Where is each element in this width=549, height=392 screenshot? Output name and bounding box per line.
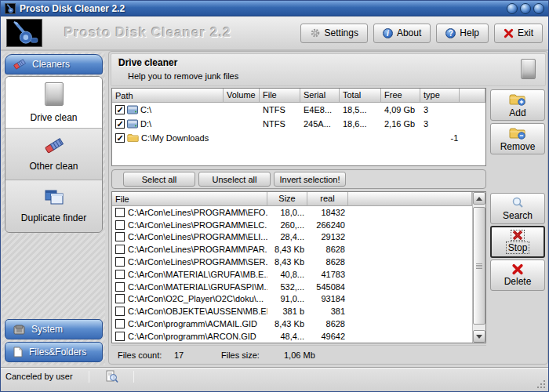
sidebar-group-system[interactable]: System: [5, 319, 103, 339]
col-file[interactable]: File: [260, 89, 300, 103]
sidebar-group-files-folders[interactable]: Files&Folders: [5, 342, 103, 362]
file-size: 8,43 Kb: [267, 245, 307, 254]
delete-button[interactable]: Delete: [490, 260, 545, 291]
file-row[interactable]: C:\ArCon\eLines\PROGRAMM\SER... 8,43 Kb …: [112, 256, 485, 268]
col-type[interactable]: type: [420, 89, 460, 103]
file-row[interactable]: C:\ArCon\OBJEKTE\AUSSEN\MB.ERR 381 b 381: [112, 305, 485, 318]
col-total[interactable]: Total: [340, 89, 381, 103]
arrow-down-icon: [476, 335, 482, 339]
file-row[interactable]: C:\ArCon\programm\ARCON.GID 48,4... 4964…: [112, 330, 485, 343]
minimize-button[interactable]: [507, 3, 518, 14]
scroll-thumb[interactable]: [473, 207, 485, 325]
file-path: C:\ArCon\MATERIAL\GRUFA\MB.E...: [128, 270, 267, 279]
sidebar-item-duplicate-finder[interactable]: Duplicate finder: [5, 180, 102, 232]
file-checkbox[interactable]: [115, 332, 125, 341]
summary-bar: Files count: 17 Files size: 1,06 Mb: [111, 345, 486, 364]
drive-clean-label: Drive clean: [30, 112, 77, 123]
maximize-button[interactable]: [520, 3, 531, 14]
drive-header-icon: [521, 59, 536, 79]
file-size: 91,0...: [267, 294, 307, 303]
sidebar-group-cleaners[interactable]: Cleaners: [5, 54, 103, 74]
help-button[interactable]: Help: [436, 24, 489, 43]
sidebar: Cleaners Drive clean Other clean Duplica…: [2, 53, 105, 365]
header-buttons: Settings About Help Exit: [300, 24, 543, 43]
red-x-icon: [504, 28, 514, 38]
main-panel: Drive cleaner Help you to remove junk fi…: [108, 51, 548, 365]
file-checkbox[interactable]: [115, 245, 125, 254]
duplicate-windows-icon: [44, 189, 64, 206]
add-label: Add: [509, 107, 525, 118]
document-icon: [13, 347, 23, 358]
file-size: 8,43 Kb: [267, 319, 307, 328]
exit-button[interactable]: Exit: [494, 24, 543, 43]
col-real[interactable]: real: [307, 192, 348, 206]
file-row[interactable]: C:\ArCon\MATERIAL\GRUFA\MB.E... 40,8... …: [112, 268, 485, 281]
selection-toolbar: Select all Unselect all Invert selection…: [111, 169, 486, 189]
title-bar[interactable]: Prosto Disk Cleaner 2.2: [1, 1, 548, 16]
page-title: Drive cleaner: [118, 57, 177, 68]
col-volume[interactable]: Volume: [224, 89, 260, 103]
file-row[interactable]: C:\ArCon\eLines\PROGRAMM\EFO... 18,0... …: [112, 206, 485, 219]
status-divider: [89, 371, 89, 383]
file-size: 8,43 Kb: [267, 257, 307, 267]
drive-checkbox[interactable]: [115, 119, 125, 129]
invert-selection-button[interactable]: Invert selection!: [274, 172, 346, 187]
col-serial[interactable]: Serial: [300, 89, 340, 103]
file-row[interactable]: C:\ArCon\programm\ACMAIL.GID 8,43 Kb 862…: [112, 318, 485, 330]
file-checkbox[interactable]: [115, 232, 125, 241]
file-size: 532,...: [267, 282, 307, 292]
files-size-value: 1,06 Mb: [284, 350, 347, 360]
stop-button[interactable]: Stop: [490, 226, 545, 258]
unselect-all-button[interactable]: Unselect all: [198, 172, 271, 187]
settings-button[interactable]: Settings: [300, 24, 368, 43]
about-button[interactable]: About: [373, 24, 431, 43]
file-row[interactable]: C:\ArCon\MATERIAL\GRUFASPI\M... 532,... …: [112, 281, 485, 293]
drive-checkbox[interactable]: [115, 133, 125, 143]
sidebar-item-drive-clean[interactable]: Drive clean: [5, 77, 102, 129]
file-checkbox[interactable]: [115, 307, 125, 316]
file-row[interactable]: C:\ArCon\O2C_Player\O2C\doku\... 91,0...…: [112, 293, 485, 306]
add-button[interactable]: Add: [490, 89, 545, 121]
file-checkbox[interactable]: [115, 257, 125, 267]
drive-row[interactable]: C:\ NTFS E4E8... 18,5... 4,09 Gb 3: [112, 103, 485, 117]
file-checkbox[interactable]: [115, 270, 125, 279]
col-file[interactable]: File: [112, 192, 267, 206]
file-checkbox[interactable]: [115, 319, 125, 328]
system-icon: [13, 325, 25, 335]
select-all-button[interactable]: Select all: [123, 172, 195, 187]
drive-row[interactable]: C:\My Downloads -1: [112, 131, 485, 145]
col-path[interactable]: Path: [112, 89, 224, 103]
report-search-icon[interactable]: [105, 370, 118, 383]
drive-type: -1: [448, 133, 485, 143]
drive-checkbox[interactable]: [115, 105, 125, 114]
resize-grip[interactable]: [536, 379, 545, 388]
sidebar-item-other-clean[interactable]: Other clean: [5, 129, 102, 180]
file-path: C:\ArCon\OBJEKTE\AUSSEN\MB.ERR: [128, 307, 267, 316]
file-real: 49642: [307, 332, 348, 341]
close-button[interactable]: [533, 3, 544, 14]
scroll-track[interactable]: [473, 325, 485, 330]
col-size[interactable]: Size: [267, 192, 307, 206]
drive-chip-icon: [45, 82, 64, 106]
file-real: 8628: [307, 245, 348, 254]
file-row[interactable]: C:\ArCon\eLines\PROGRAMM\ELI... 28,4... …: [112, 231, 485, 244]
file-size: 260,...: [267, 220, 307, 230]
file-list: File Size real C:\ArCon\eLines\PROGRAMM\…: [111, 191, 486, 343]
search-button[interactable]: Search: [490, 193, 545, 224]
file-checkbox[interactable]: [115, 220, 125, 230]
file-checkbox[interactable]: [115, 208, 125, 217]
file-real: 29132: [307, 232, 348, 241]
drive-row[interactable]: D:\ NTFS 245A... 18,6... 2,16 Gb 3: [112, 117, 485, 131]
scroll-down-button[interactable]: [473, 330, 485, 343]
drive-total: 18,6...: [340, 119, 381, 129]
col-free[interactable]: Free: [381, 89, 420, 103]
vertical-scrollbar[interactable]: [472, 192, 485, 343]
remove-button[interactable]: Remove: [490, 123, 545, 154]
file-row[interactable]: C:\ArCon\eLines\PROGRAMM\ELC... 260,... …: [112, 219, 485, 231]
file-row[interactable]: C:\ArCon\eLines\PROGRAMM\PAR... 8,43 Kb …: [112, 243, 485, 256]
file-checkbox[interactable]: [115, 294, 125, 303]
file-checkbox[interactable]: [115, 282, 125, 292]
drive-total: 18,5...: [340, 105, 381, 114]
scroll-up-button[interactable]: [473, 192, 485, 205]
exit-label: Exit: [518, 27, 533, 38]
